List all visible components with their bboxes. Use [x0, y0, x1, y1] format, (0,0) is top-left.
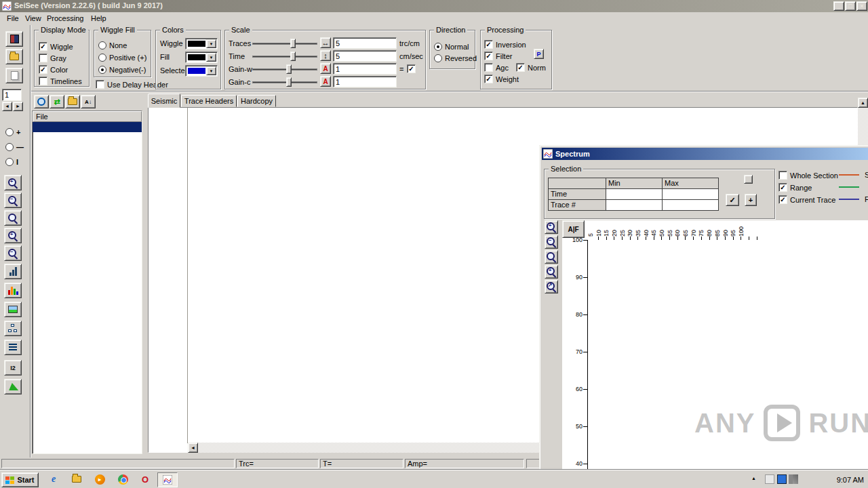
equal-gains-checkbox[interactable]: ✓ [407, 64, 416, 73]
spectrum-window[interactable]: Spectrum Selection Min Max Time Trace # … [539, 145, 868, 488]
slider-thumb[interactable] [286, 77, 292, 87]
seisee-task-button[interactable] [157, 472, 178, 487]
time-input[interactable] [333, 50, 397, 62]
file-list[interactable]: File [32, 110, 142, 454]
whole-section-checkbox[interactable]: Whole Section [778, 171, 838, 180]
prev-trace-button[interactable]: ◄ [2, 102, 12, 111]
fill-color-select[interactable]: ▼ [185, 52, 218, 63]
trace-min-cell[interactable] [606, 200, 663, 211]
current-trace-checkbox[interactable]: ✓ Current Trace [778, 195, 835, 204]
gain-w-slider[interactable] [252, 64, 317, 74]
selected-color-select[interactable]: ▼ [185, 65, 218, 77]
pick-mode-line-radio[interactable]: — [5, 142, 24, 151]
tab-trace-headers[interactable]: Trace Headers [181, 95, 237, 107]
refresh-button[interactable]: ⇄ [50, 95, 64, 108]
pick-mode-cross-radio[interactable]: + [5, 127, 20, 136]
maximize-button[interactable]: □ [845, 1, 856, 11]
filter-params-button[interactable]: P [534, 49, 544, 59]
open-file-button[interactable] [5, 49, 23, 64]
range-checkbox[interactable]: ✓ Range [778, 183, 812, 192]
zoom-out-button[interactable]: − [4, 192, 22, 208]
pick-mode-ibeam-radio[interactable]: I [5, 157, 18, 166]
menu-help[interactable]: Help [87, 13, 111, 24]
scroll-up-button[interactable]: ▲ [858, 98, 868, 108]
slider-thumb[interactable] [290, 39, 296, 48]
agc-checkbox[interactable]: Agc [484, 63, 509, 72]
ie-shortcut[interactable]: e [47, 473, 60, 485]
spec-zoom-plus-button[interactable]: + [545, 265, 558, 279]
minimize-button[interactable]: _ [833, 1, 844, 11]
time-slider[interactable] [252, 52, 317, 61]
slider-thumb[interactable] [290, 52, 296, 61]
time-min-cell[interactable] [606, 189, 663, 200]
header-list-button[interactable] [4, 340, 22, 355]
menu-processing[interactable]: Processing [43, 13, 87, 24]
next-trace-button[interactable]: ► [13, 102, 23, 111]
volume-icon[interactable] [789, 474, 798, 484]
clock[interactable]: 9:07 AM [822, 470, 864, 488]
current-trace-input[interactable] [2, 89, 22, 101]
copy-button[interactable] [5, 68, 23, 83]
reload-button[interactable] [34, 95, 49, 108]
tab-seismic[interactable]: Seismic [148, 94, 180, 108]
wiggle-checkbox[interactable]: ✓ Wiggle [39, 42, 73, 51]
inversion-checkbox[interactable]: ✓ Inversion [484, 40, 526, 49]
fill-none-radio[interactable]: None [98, 41, 127, 49]
display-params-button[interactable] [5, 31, 23, 47]
flow-button[interactable] [4, 321, 22, 336]
tab-hardcopy[interactable]: Hardcopy [237, 95, 276, 107]
selection-grid-button[interactable] [744, 175, 753, 184]
traces-input[interactable] [333, 37, 397, 49]
open-folder-button[interactable] [65, 95, 80, 108]
add-selection-button[interactable]: + [745, 194, 757, 206]
explorer-shortcut[interactable] [71, 473, 83, 485]
sort-button[interactable]: A↓ [81, 95, 96, 108]
interval-button[interactable]: I2 [4, 360, 22, 375]
time-fit-button[interactable]: ↕ [320, 50, 331, 61]
opera-shortcut[interactable]: O [139, 473, 151, 485]
chrome-shortcut[interactable] [117, 473, 129, 485]
tray-chevron-icon[interactable]: ▲ [751, 476, 756, 481]
gain-c-auto-button[interactable]: A [320, 76, 331, 87]
spectrum-button[interactable] [4, 264, 22, 279]
zoom-v-button[interactable]: − [4, 245, 22, 261]
gain-c-slider[interactable] [252, 77, 317, 87]
gain-w-auto-button[interactable]: A [320, 63, 331, 74]
zoom-in-button[interactable]: + [4, 175, 22, 190]
close-button[interactable]: × [856, 1, 867, 11]
spec-zoom-drag-button[interactable]: ↗ [545, 280, 558, 293]
direction-normal-radio[interactable]: Normal [434, 42, 469, 51]
spec-zoom-in-button[interactable]: + [545, 220, 558, 234]
file-list-header[interactable]: File [33, 111, 142, 122]
gain-c-input[interactable] [333, 76, 397, 87]
fill-positive-radio[interactable]: Positive (+) [98, 53, 146, 62]
fill-negative-radio[interactable]: Negative(-) [98, 65, 146, 74]
spec-zoom-window-button[interactable] [545, 250, 558, 264]
weight-checkbox[interactable]: ✓ Weight [484, 75, 519, 83]
apply-selection-button[interactable]: ✓ [726, 194, 739, 206]
color-checkbox[interactable]: ✓ Color [39, 65, 68, 74]
menu-view[interactable]: View [21, 13, 45, 24]
spectrum-title-bar[interactable]: Spectrum [542, 148, 868, 160]
chevron-down-icon[interactable]: ▼ [206, 53, 216, 62]
traces-slider[interactable] [252, 39, 317, 48]
traces-fit-button[interactable]: ↔ [320, 37, 331, 48]
direction-reversed-radio[interactable]: Reversed [434, 54, 477, 62]
filter-checkbox[interactable]: ✓ Filter [484, 52, 512, 60]
amplitude-frequency-toggle[interactable]: A|F [562, 220, 585, 238]
slider-thumb[interactable] [286, 64, 292, 74]
zoom-h-button[interactable]: + [4, 228, 22, 243]
tray-icon-2[interactable] [777, 474, 787, 484]
gain-w-input[interactable] [333, 63, 397, 75]
file-list-selected-row[interactable] [33, 122, 142, 132]
histogram-button[interactable] [4, 283, 22, 298]
velocity-button[interactable] [4, 379, 22, 394]
start-button[interactable]: Start [1, 472, 39, 487]
scroll-left-button[interactable]: ◄ [188, 443, 198, 453]
chevron-down-icon[interactable]: ▼ [206, 66, 216, 75]
timelines-checkbox[interactable]: Timelines [39, 77, 82, 85]
norm-checkbox[interactable]: ✓ Norm [516, 63, 546, 72]
wiggle-color-select[interactable]: ▼ [185, 38, 218, 49]
tray-icon-1[interactable] [765, 474, 774, 484]
trace-max-cell[interactable] [663, 200, 719, 211]
